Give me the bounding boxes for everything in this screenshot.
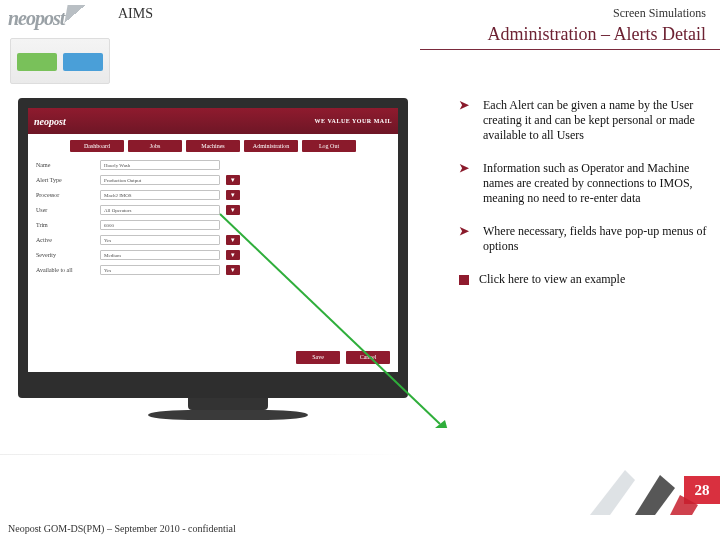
trim-field[interactable]: 6000 (100, 220, 220, 230)
svg-marker-2 (590, 470, 635, 515)
form-row: Trim6000 (36, 220, 390, 230)
severity-field[interactable]: Medium (100, 250, 220, 260)
monitor-frame: neopost WE VALUE YOUR MAIL Dashboard Job… (18, 98, 408, 398)
available-field[interactable]: Yes (100, 265, 220, 275)
dropdown-icon[interactable]: ▾ (226, 265, 240, 275)
cancel-button[interactable]: Cancel (346, 351, 390, 364)
footer-text: Neopost GOM-DS(PM) – September 2010 - co… (8, 523, 236, 534)
list-item: ➤ Information such as Operator and Machi… (459, 161, 710, 206)
alert-type-field[interactable]: Production Output (100, 175, 220, 185)
dropdown-icon[interactable]: ▾ (226, 175, 240, 185)
workflow-thumbnail-icon (10, 38, 110, 84)
processor-field[interactable]: Mach2 IMOS (100, 190, 220, 200)
form-row: SeverityMedium▾ (36, 250, 390, 260)
bullet-text: Where necessary, fields have pop-up menu… (483, 224, 710, 254)
form-row: ProcessorMach2 IMOS▾ (36, 190, 390, 200)
svg-marker-3 (635, 475, 675, 515)
title-underline (420, 49, 720, 50)
bullet-text: Each Alert can be given a name by the Us… (483, 98, 710, 143)
active-field[interactable]: Yes (100, 235, 220, 245)
watermark-logo-icon (580, 460, 700, 520)
app-topbar-brand: neopost (34, 116, 66, 127)
list-item: ➤ Each Alert can be given a name by the … (459, 98, 710, 143)
field-label: Trim (36, 222, 94, 228)
save-button[interactable]: Save (296, 351, 340, 364)
monitor-base-icon (148, 410, 308, 420)
form-row: NameHourly Wash (36, 160, 390, 170)
bullet-text: Information such as Operator and Machine… (483, 161, 710, 206)
section-label: Screen Simulations (613, 6, 706, 21)
field-label: User (36, 207, 94, 213)
app-topbar: neopost WE VALUE YOUR MAIL (28, 108, 398, 134)
monitor-stand-icon (188, 396, 268, 410)
form-row: Alert TypeProduction Output▾ (36, 175, 390, 185)
tab-machines[interactable]: Machines (186, 140, 240, 152)
list-item: ➤ Where necessary, fields have pop-up me… (459, 224, 710, 254)
divider-line (0, 454, 420, 455)
user-field[interactable]: All Operators (100, 205, 220, 215)
form-row: ActiveYes▾ (36, 235, 390, 245)
bullet-arrow-icon: ➤ (459, 224, 473, 254)
dropdown-icon[interactable]: ▾ (226, 250, 240, 260)
bullet-square-icon (459, 275, 469, 285)
alert-form: NameHourly Wash Alert TypeProduction Out… (28, 160, 398, 275)
dropdown-icon[interactable]: ▾ (226, 205, 240, 215)
form-row: Available to allYes▾ (36, 265, 390, 275)
field-label: Name (36, 162, 94, 168)
list-item: Click here to view an example (459, 272, 710, 287)
app-topbar-tagline: WE VALUE YOUR MAIL (315, 118, 392, 124)
field-label: Alert Type (36, 177, 94, 183)
svg-marker-4 (670, 495, 698, 515)
page-title: Administration – Alerts Detail (488, 24, 706, 45)
field-label: Severity (36, 252, 94, 258)
brand-mark-icon (65, 5, 86, 23)
nav-tabs: Dashboard Jobs Machines Administration L… (28, 134, 398, 160)
field-label: Processor (36, 192, 94, 198)
dropdown-icon[interactable]: ▾ (226, 235, 240, 245)
brand-logo: neopost (8, 8, 84, 28)
dropdown-icon[interactable]: ▾ (226, 190, 240, 200)
tab-administration[interactable]: Administration (244, 140, 298, 152)
bullet-list: ➤ Each Alert can be given a name by the … (459, 98, 710, 287)
brand-text: neopost (8, 8, 64, 28)
name-field[interactable]: Hourly Wash (100, 160, 220, 170)
bullet-arrow-icon: ➤ (459, 98, 473, 143)
tab-jobs[interactable]: Jobs (128, 140, 182, 152)
field-label: Available to all (36, 267, 94, 273)
field-label: Active (36, 237, 94, 243)
cta-link[interactable]: Click here to view an example (479, 272, 625, 287)
bullet-arrow-icon: ➤ (459, 161, 473, 206)
tab-dashboard[interactable]: Dashboard (70, 140, 124, 152)
app-name: AIMS (118, 6, 153, 22)
tab-logout[interactable]: Log Out (302, 140, 356, 152)
form-row: UserAll Operators▾ (36, 205, 390, 215)
